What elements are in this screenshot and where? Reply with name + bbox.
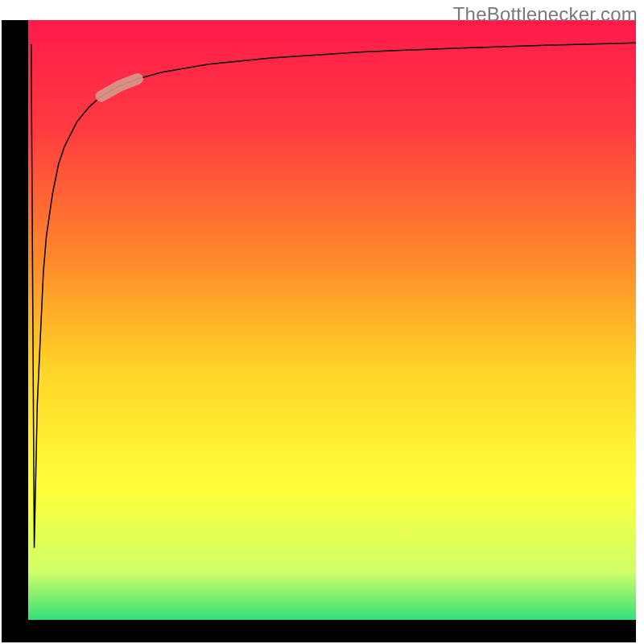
chart-svg xyxy=(0,0,644,644)
plot-background xyxy=(28,20,636,620)
chart-stage: TheBottlenecker.com xyxy=(0,0,644,644)
plot-area xyxy=(2,20,636,642)
watermark-text: TheBottlenecker.com xyxy=(453,3,638,26)
left-axis-bar xyxy=(2,20,28,642)
bottom-axis-bar xyxy=(2,620,636,642)
